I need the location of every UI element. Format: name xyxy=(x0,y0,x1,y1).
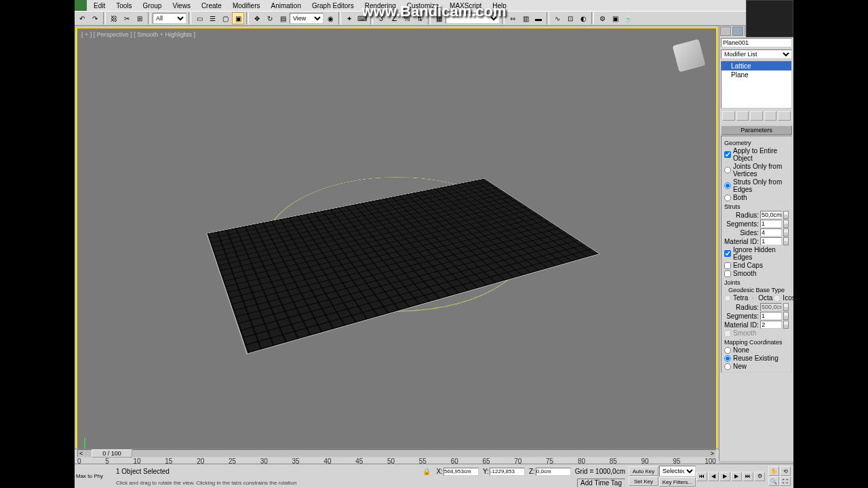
struts-matid-spinner[interactable] xyxy=(783,237,789,245)
struts-segments-field[interactable] xyxy=(760,220,782,228)
unlink-button[interactable]: ✂ xyxy=(121,12,133,24)
time-slider-thumb[interactable]: 0 / 100 xyxy=(92,449,132,458)
rotate-button[interactable]: ↻ xyxy=(264,12,276,24)
struts-radius-spinner[interactable] xyxy=(783,211,789,219)
joints-segments-field[interactable] xyxy=(760,312,782,320)
autokey-button[interactable]: Auto Key xyxy=(629,466,658,476)
apply-entire-checkbox[interactable] xyxy=(724,151,731,158)
map-none-radio[interactable] xyxy=(724,347,731,354)
snap-button[interactable]: 3 xyxy=(375,12,387,24)
viewcube[interactable] xyxy=(673,39,706,73)
maximize-viewport-button[interactable]: ⛶ xyxy=(780,476,791,486)
joints-only-radio[interactable] xyxy=(724,167,731,174)
map-new-radio[interactable] xyxy=(724,363,731,370)
viewport-label[interactable]: [ + ] [ Perspective ] [ Smooth + Highlig… xyxy=(81,31,195,38)
next-frame-button[interactable]: ▶ xyxy=(731,472,742,481)
named-selection-button[interactable]: ▦ xyxy=(433,12,445,24)
menu-create[interactable]: Create xyxy=(196,2,227,9)
percent-snap-button[interactable]: % xyxy=(401,12,413,24)
parameters-rollout-header[interactable]: Parameters xyxy=(721,125,792,135)
end-caps-checkbox[interactable] xyxy=(724,262,731,269)
window-crossing-button[interactable]: ▣ xyxy=(232,12,244,24)
menu-customize[interactable]: Customize xyxy=(401,2,444,9)
menu-rendering[interactable]: Rendering xyxy=(359,2,401,9)
struts-radius-field[interactable] xyxy=(760,211,782,219)
make-unique-button[interactable] xyxy=(750,111,763,121)
pin-stack-button[interactable] xyxy=(722,111,735,121)
mirror-button[interactable]: ⇔ xyxy=(507,12,519,24)
remove-modifier-button[interactable] xyxy=(764,111,777,121)
select-name-button[interactable]: ☰ xyxy=(206,12,218,24)
modify-tab[interactable] xyxy=(732,26,743,36)
play-button[interactable]: ▶ xyxy=(719,472,730,481)
joints-matid-field[interactable] xyxy=(760,321,782,329)
select-region-button[interactable]: ▢ xyxy=(219,12,231,24)
map-reuse-radio[interactable] xyxy=(724,355,731,362)
ref-coord-system[interactable]: View xyxy=(290,13,323,24)
move-button[interactable]: ✥ xyxy=(251,12,263,24)
bind-button[interactable]: ⊞ xyxy=(134,12,146,24)
goto-start-button[interactable]: ⏮ xyxy=(696,472,707,481)
smooth-checkbox[interactable] xyxy=(724,270,731,277)
goto-end-button[interactable]: ⏭ xyxy=(743,472,753,481)
modifier-lattice[interactable]: Lattice xyxy=(722,62,791,70)
struts-only-radio[interactable] xyxy=(724,182,731,189)
object-name-field[interactable] xyxy=(721,38,792,47)
coord-z-field[interactable] xyxy=(536,468,571,476)
spinner-snap-button[interactable]: ⇅ xyxy=(414,12,426,24)
joints-matid-spinner[interactable] xyxy=(783,321,789,329)
menu-edit[interactable]: Edit xyxy=(88,2,111,9)
time-tag-button[interactable]: Add Time Tag xyxy=(577,479,625,487)
keymode-select[interactable]: Selected xyxy=(659,466,696,476)
selection-filter[interactable]: All xyxy=(153,13,186,24)
render-setup-button[interactable]: ⚙ xyxy=(596,12,608,24)
menu-animation[interactable]: Animation xyxy=(265,2,306,9)
angle-snap-button[interactable]: ∠ xyxy=(388,12,400,24)
manipulate-button[interactable]: ✦ xyxy=(343,12,355,24)
modifier-plane[interactable]: Plane xyxy=(722,70,791,79)
create-tab[interactable] xyxy=(720,26,731,36)
perspective-viewport[interactable]: [ + ] [ Perspective ] [ Smooth + Highlig… xyxy=(76,27,717,460)
slider-right-arrow[interactable]: > xyxy=(711,450,714,457)
arc-rotate-button[interactable]: ⟲ xyxy=(780,466,791,476)
struts-sides-field[interactable] xyxy=(760,228,782,237)
time-config-button[interactable]: ⚙ xyxy=(754,472,765,481)
menu-modifiers[interactable]: Modifiers xyxy=(227,2,266,9)
keyfilters-button[interactable]: Key Filters... xyxy=(659,477,696,487)
keyboard-shortcut-button[interactable]: ⌨ xyxy=(356,12,368,24)
curve-editor-button[interactable]: ∿ xyxy=(551,12,564,24)
redo-button[interactable]: ↷ xyxy=(89,12,101,24)
coord-y-field[interactable] xyxy=(490,468,525,476)
prev-frame-button[interactable]: ◀ xyxy=(708,472,719,481)
lock-selection-icon[interactable]: 🔒 xyxy=(420,466,433,478)
struts-segments-spinner[interactable] xyxy=(783,220,789,228)
maxscript-listener[interactable]: Max to Phy xyxy=(75,472,115,481)
configure-sets-button[interactable] xyxy=(778,111,791,121)
zoom-button[interactable]: 🔍 xyxy=(768,476,779,486)
struts-matid-field[interactable] xyxy=(760,237,782,245)
menu-group[interactable]: Group xyxy=(138,2,167,9)
modifier-list-dropdown[interactable]: Modifier List xyxy=(721,49,792,59)
modifier-stack[interactable]: Lattice Plane xyxy=(721,61,792,108)
menu-tools[interactable]: Tools xyxy=(111,2,137,9)
render-button[interactable]: 🍵 xyxy=(622,12,634,24)
both-radio[interactable] xyxy=(724,195,731,201)
layers-button[interactable]: ▬ xyxy=(532,12,545,24)
scale-button[interactable]: ▤ xyxy=(277,12,289,24)
menu-views[interactable]: Views xyxy=(167,2,196,9)
menu-help[interactable]: Help xyxy=(487,2,512,9)
joints-segments-spinner[interactable] xyxy=(783,312,789,320)
time-slider-track[interactable]: < 0 / 100 > xyxy=(77,449,716,458)
plane-object[interactable] xyxy=(206,178,600,354)
show-result-button[interactable] xyxy=(736,111,749,121)
named-selection-set[interactable] xyxy=(446,13,500,24)
ignore-hidden-checkbox[interactable] xyxy=(724,250,731,257)
menu-graph-editors[interactable]: Graph Editors xyxy=(307,2,359,9)
select-button[interactable]: ▭ xyxy=(193,12,205,24)
schematic-button[interactable]: ⊡ xyxy=(564,12,576,24)
pan-view-button[interactable]: ✋ xyxy=(768,466,779,476)
render-frame-button[interactable]: ▣ xyxy=(609,12,621,24)
coord-x-field[interactable] xyxy=(443,468,479,476)
struts-sides-spinner[interactable] xyxy=(783,228,789,237)
pivot-button[interactable]: ◉ xyxy=(324,12,336,24)
